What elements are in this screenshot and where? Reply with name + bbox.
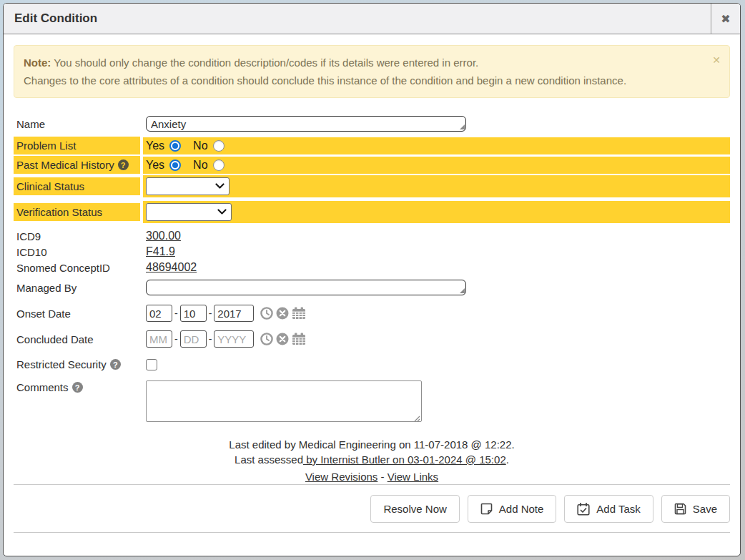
save-floppy-icon	[674, 503, 686, 515]
last-assessed-link[interactable]: by Internist Butler on 03-01-2024 @ 15:0…	[303, 453, 506, 466]
restricted-security-label: Restricted Security	[16, 358, 107, 370]
add-task-label: Add Task	[596, 503, 640, 515]
clear-date-icon[interactable]	[276, 333, 289, 345]
last-edited-text: Last edited by Medical Engineering on 11…	[14, 437, 730, 452]
note-icon	[480, 503, 493, 515]
divider	[14, 532, 730, 533]
note-line1: You should only change the condition des…	[54, 57, 478, 69]
save-button[interactable]: Save	[661, 495, 730, 523]
problem-list-no-radio[interactable]	[213, 140, 225, 152]
links-separator: -	[378, 471, 387, 483]
managed-by-label: Managed By	[14, 279, 140, 297]
restricted-security-checkbox[interactable]	[146, 359, 157, 370]
verification-status-row: Verification Status	[14, 201, 730, 223]
clinical-status-select[interactable]	[146, 177, 230, 195]
comments-textarea[interactable]	[146, 380, 422, 422]
note-line2: Changes to the core attributes of a cond…	[24, 74, 626, 87]
add-task-button[interactable]: Add Task	[564, 495, 653, 523]
comments-label: Comments	[16, 381, 69, 393]
view-links-link[interactable]: View Links	[388, 471, 438, 483]
past-medical-history-row: Past Medical History ? Yes No	[14, 156, 730, 174]
past-medical-history-label: Past Medical History	[16, 159, 114, 171]
concluded-date-label: Concluded Date	[14, 330, 140, 348]
concluded-month-input[interactable]	[146, 330, 172, 348]
onset-year-input[interactable]	[214, 305, 254, 322]
chevron-down-icon	[217, 209, 227, 215]
name-label: Name	[14, 115, 140, 133]
edit-condition-modal: Edit Condition ✖ Note: You should only c…	[3, 3, 741, 556]
last-assessed-suffix: .	[506, 453, 509, 466]
add-note-button[interactable]: Add Note	[468, 495, 557, 523]
managed-by-row: Managed By	[14, 277, 730, 298]
icd9-row: ICD9 300.00	[14, 228, 730, 244]
modal-header: Edit Condition ✖	[4, 4, 740, 34]
verification-status-select[interactable]	[146, 203, 232, 221]
comments-row: Comments ?	[14, 378, 730, 427]
icd10-code-link[interactable]: F41.9	[146, 245, 175, 258]
onset-day-input[interactable]	[180, 305, 207, 322]
resolve-now-button[interactable]: Resolve Now	[370, 495, 459, 523]
note-dismiss-icon[interactable]: ✕	[712, 51, 721, 69]
onset-date-label: Onset Date	[14, 305, 140, 323]
problem-list-no-label: No	[193, 139, 207, 152]
date-dash: -	[209, 333, 212, 345]
managed-by-input[interactable]	[146, 280, 466, 295]
onset-date-row: Onset Date - -	[14, 303, 730, 324]
calendar-task-icon	[577, 503, 590, 516]
onset-month-input[interactable]	[146, 305, 172, 322]
audit-info: Last edited by Medical Engineering on 11…	[14, 437, 730, 484]
name-input[interactable]	[146, 116, 466, 132]
problem-list-yes-radio[interactable]	[169, 140, 181, 152]
warning-note-banner: Note: You should only change the conditi…	[14, 45, 730, 98]
icd10-label: ICD10	[14, 245, 140, 260]
problem-list-label: Problem List	[14, 137, 140, 154]
close-icon: ✖	[721, 12, 730, 26]
concluded-date-row: Concluded Date - -	[14, 328, 730, 350]
calendar-picker-icon[interactable]	[292, 333, 306, 345]
pmh-yes-radio[interactable]	[169, 159, 181, 171]
help-icon[interactable]: ?	[72, 382, 83, 393]
modal-body: Note: You should only change the conditi…	[4, 34, 740, 556]
add-note-label: Add Note	[499, 503, 544, 515]
pmh-no-radio[interactable]	[213, 159, 225, 171]
problem-list-row: Problem List Yes No	[14, 137, 730, 154]
save-label: Save	[693, 503, 717, 515]
modal-close-button[interactable]: ✖	[711, 4, 740, 34]
pmh-yes-label: Yes	[146, 159, 164, 172]
clear-date-icon[interactable]	[276, 307, 289, 320]
date-dash: -	[209, 308, 212, 319]
pmh-no-label: No	[193, 159, 207, 172]
snomed-code-link[interactable]: 48694002	[146, 261, 197, 274]
problem-list-yes-label: Yes	[146, 139, 164, 152]
note-label: Note:	[24, 57, 51, 69]
verification-status-label: Verification Status	[14, 203, 140, 221]
clinical-status-row: Clinical Status	[14, 175, 730, 197]
time-picker-icon[interactable]	[260, 333, 273, 345]
concluded-day-input[interactable]	[180, 330, 207, 348]
icd10-row: ICD10 F41.9	[14, 244, 730, 260]
restricted-security-row: Restricted Security ?	[14, 355, 730, 373]
icd9-label: ICD9	[14, 229, 140, 244]
snomed-label: Snomed ConceptID	[14, 260, 140, 275]
concluded-year-input[interactable]	[214, 330, 254, 348]
last-assessed-prefix: Last assessed	[235, 453, 303, 466]
chevron-down-icon	[215, 183, 225, 190]
resolve-now-label: Resolve Now	[383, 503, 446, 515]
modal-title: Edit Condition	[4, 11, 711, 26]
icd9-code-link[interactable]: 300.00	[146, 230, 181, 242]
time-picker-icon[interactable]	[260, 307, 273, 320]
snomed-row: Snomed ConceptID 48694002	[14, 260, 730, 275]
help-icon[interactable]: ?	[110, 359, 121, 370]
date-dash: -	[174, 308, 178, 319]
view-revisions-link[interactable]: View Revisions	[305, 471, 378, 483]
button-bar: Resolve Now Add Note Add Task Save	[14, 485, 730, 532]
clinical-status-label: Clinical Status	[14, 177, 140, 195]
name-row: Name	[14, 114, 730, 134]
date-dash: -	[174, 333, 178, 345]
help-icon[interactable]: ?	[118, 159, 129, 170]
calendar-picker-icon[interactable]	[292, 307, 306, 320]
